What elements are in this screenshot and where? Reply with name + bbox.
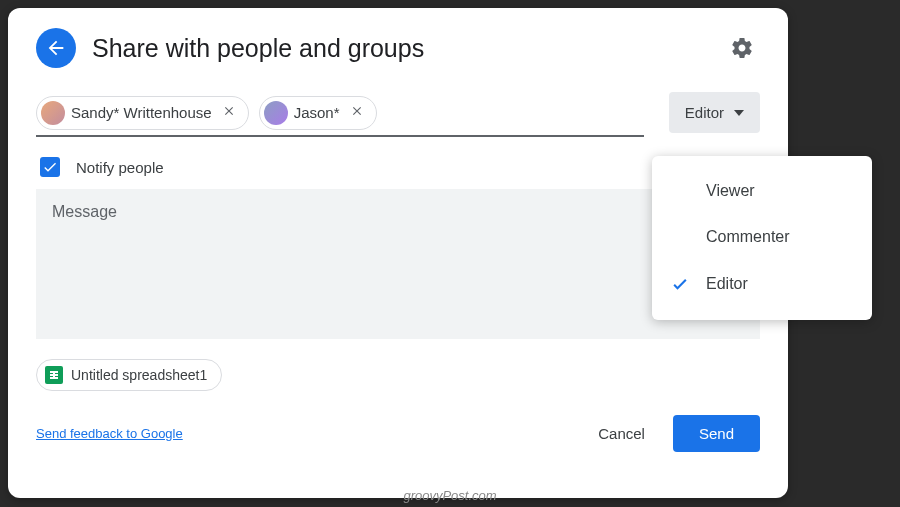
back-button[interactable]	[36, 28, 76, 68]
feedback-link[interactable]: Send feedback to Google	[36, 426, 183, 441]
role-selector-button[interactable]: Editor	[669, 92, 760, 133]
attachment-name: Untitled spreadsheet1	[71, 367, 207, 383]
role-option-editor[interactable]: Editor	[652, 260, 872, 308]
remove-person-button[interactable]	[346, 102, 368, 123]
caret-down-icon	[734, 110, 744, 116]
dialog-title: Share with people and groups	[92, 34, 708, 63]
check-icon	[670, 274, 690, 294]
action-buttons: Cancel Send	[578, 415, 760, 452]
watermark: groovyPost.com	[403, 488, 496, 503]
role-option-label: Viewer	[706, 182, 755, 200]
people-input-row: Sandy* Writtenhouse Jason* Editor	[36, 92, 760, 133]
role-dropdown-menu: Viewer Commenter Editor	[652, 156, 872, 320]
settings-button[interactable]	[724, 30, 760, 66]
person-chip: Sandy* Writtenhouse	[36, 96, 249, 130]
check-icon	[42, 159, 58, 175]
person-chip: Jason*	[259, 96, 377, 130]
notify-label: Notify people	[76, 159, 164, 176]
attachment-chip[interactable]: Untitled spreadsheet1	[36, 359, 222, 391]
avatar	[264, 101, 288, 125]
role-option-viewer[interactable]: Viewer	[652, 168, 872, 214]
person-name: Jason*	[294, 104, 340, 121]
role-selected-label: Editor	[685, 104, 724, 121]
send-button[interactable]: Send	[673, 415, 760, 452]
dialog-footer: Send feedback to Google Cancel Send	[36, 415, 760, 452]
people-chips[interactable]: Sandy* Writtenhouse Jason*	[36, 96, 657, 130]
dialog-header: Share with people and groups	[36, 28, 760, 68]
cancel-button[interactable]: Cancel	[578, 415, 665, 452]
role-option-label: Commenter	[706, 228, 790, 246]
person-name: Sandy* Writtenhouse	[71, 104, 212, 121]
close-icon	[222, 104, 236, 118]
sheets-icon	[45, 366, 63, 384]
arrow-left-icon	[45, 37, 67, 59]
role-option-label: Editor	[706, 275, 748, 293]
svg-rect-3	[53, 371, 55, 379]
gear-icon	[730, 36, 754, 60]
check-column	[670, 274, 706, 294]
notify-checkbox[interactable]	[40, 157, 60, 177]
role-option-commenter[interactable]: Commenter	[652, 214, 872, 260]
remove-person-button[interactable]	[218, 102, 240, 123]
message-placeholder: Message	[52, 203, 117, 220]
close-icon	[350, 104, 364, 118]
input-divider	[36, 135, 644, 137]
avatar	[41, 101, 65, 125]
